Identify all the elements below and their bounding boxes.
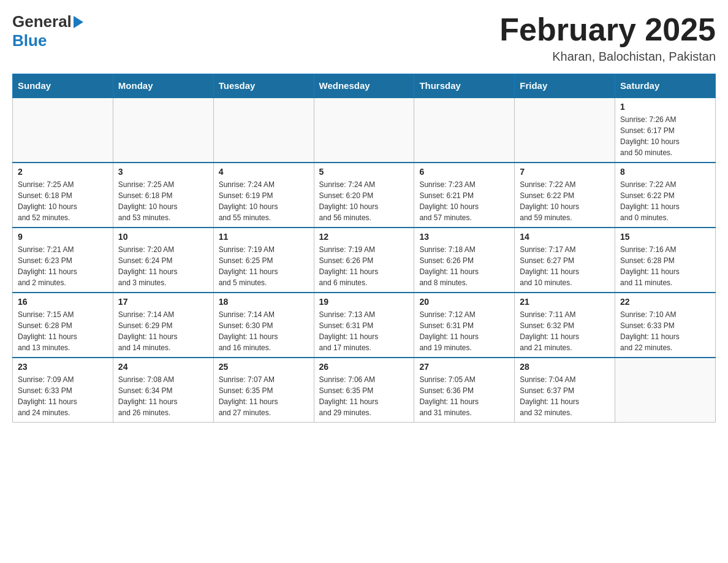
- day-info: Sunrise: 7:11 AM Sunset: 6:32 PM Dayligh…: [520, 309, 610, 353]
- day-info: Sunrise: 7:08 AM Sunset: 6:34 PM Dayligh…: [118, 374, 208, 418]
- calendar-day-cell: 20Sunrise: 7:12 AM Sunset: 6:31 PM Dayli…: [414, 293, 515, 358]
- day-info: Sunrise: 7:07 AM Sunset: 6:35 PM Dayligh…: [219, 374, 309, 418]
- day-number: 16: [18, 297, 108, 307]
- calendar-header-row: SundayMondayTuesdayWednesdayThursdayFrid…: [13, 74, 716, 98]
- calendar-week-row: 1Sunrise: 7:26 AM Sunset: 6:17 PM Daylig…: [13, 98, 716, 163]
- calendar-day-cell: 17Sunrise: 7:14 AM Sunset: 6:29 PM Dayli…: [113, 293, 213, 358]
- day-number: 28: [520, 362, 610, 372]
- calendar-week-row: 16Sunrise: 7:15 AM Sunset: 6:28 PM Dayli…: [13, 293, 716, 358]
- calendar-day-header: Monday: [113, 74, 213, 98]
- calendar-day-cell: 15Sunrise: 7:16 AM Sunset: 6:28 PM Dayli…: [615, 228, 716, 293]
- calendar-day-header: Friday: [515, 74, 615, 98]
- day-info: Sunrise: 7:24 AM Sunset: 6:19 PM Dayligh…: [219, 179, 309, 223]
- calendar-week-row: 23Sunrise: 7:09 AM Sunset: 6:33 PM Dayli…: [13, 358, 716, 423]
- day-info: Sunrise: 7:19 AM Sunset: 6:26 PM Dayligh…: [319, 244, 409, 288]
- calendar-day-cell: [113, 98, 213, 163]
- logo-general-text: General: [12, 12, 72, 31]
- calendar-table: SundayMondayTuesdayWednesdayThursdayFrid…: [12, 74, 716, 423]
- calendar-day-cell: 8Sunrise: 7:22 AM Sunset: 6:22 PM Daylig…: [615, 163, 716, 228]
- calendar-day-cell: 1Sunrise: 7:26 AM Sunset: 6:17 PM Daylig…: [615, 98, 716, 163]
- day-info: Sunrise: 7:13 AM Sunset: 6:31 PM Dayligh…: [319, 309, 409, 353]
- title-section: February 2025 Kharan, Balochistan, Pakis…: [499, 12, 716, 64]
- day-number: 2: [18, 167, 108, 177]
- day-info: Sunrise: 7:24 AM Sunset: 6:20 PM Dayligh…: [319, 179, 409, 223]
- calendar-day-cell: 24Sunrise: 7:08 AM Sunset: 6:34 PM Dayli…: [113, 358, 213, 423]
- day-number: 12: [319, 232, 409, 242]
- day-number: 27: [419, 362, 509, 372]
- day-info: Sunrise: 7:26 AM Sunset: 6:17 PM Dayligh…: [620, 114, 710, 158]
- day-info: Sunrise: 7:09 AM Sunset: 6:33 PM Dayligh…: [18, 374, 108, 418]
- calendar-day-cell: 19Sunrise: 7:13 AM Sunset: 6:31 PM Dayli…: [314, 293, 414, 358]
- calendar-day-cell: 26Sunrise: 7:06 AM Sunset: 6:35 PM Dayli…: [314, 358, 414, 423]
- day-number: 15: [620, 232, 710, 242]
- location-text: Kharan, Balochistan, Pakistan: [499, 50, 716, 64]
- day-number: 19: [319, 297, 409, 307]
- day-number: 11: [219, 232, 309, 242]
- day-info: Sunrise: 7:05 AM Sunset: 6:36 PM Dayligh…: [419, 374, 509, 418]
- day-info: Sunrise: 7:14 AM Sunset: 6:29 PM Dayligh…: [118, 309, 208, 353]
- calendar-day-header: Sunday: [13, 74, 113, 98]
- calendar-day-cell: 25Sunrise: 7:07 AM Sunset: 6:35 PM Dayli…: [213, 358, 314, 423]
- logo: General Blue: [12, 12, 83, 50]
- calendar-day-cell: 16Sunrise: 7:15 AM Sunset: 6:28 PM Dayli…: [13, 293, 113, 358]
- calendar-day-cell: [414, 98, 515, 163]
- day-info: Sunrise: 7:19 AM Sunset: 6:25 PM Dayligh…: [219, 244, 309, 288]
- day-number: 25: [219, 362, 309, 372]
- calendar-day-cell: 5Sunrise: 7:24 AM Sunset: 6:20 PM Daylig…: [314, 163, 414, 228]
- calendar-day-cell: 23Sunrise: 7:09 AM Sunset: 6:33 PM Dayli…: [13, 358, 113, 423]
- calendar-day-cell: 7Sunrise: 7:22 AM Sunset: 6:22 PM Daylig…: [515, 163, 615, 228]
- calendar-day-cell: 9Sunrise: 7:21 AM Sunset: 6:23 PM Daylig…: [13, 228, 113, 293]
- calendar-day-header: Tuesday: [213, 74, 314, 98]
- day-number: 17: [118, 297, 208, 307]
- calendar-day-header: Thursday: [414, 74, 515, 98]
- calendar-week-row: 2Sunrise: 7:25 AM Sunset: 6:18 PM Daylig…: [13, 163, 716, 228]
- day-number: 14: [520, 232, 610, 242]
- day-number: 21: [520, 297, 610, 307]
- logo-blue-text: Blue: [12, 31, 83, 50]
- day-info: Sunrise: 7:23 AM Sunset: 6:21 PM Dayligh…: [419, 179, 509, 223]
- page-header: General Blue February 2025 Kharan, Baloc…: [12, 12, 716, 64]
- day-number: 18: [219, 297, 309, 307]
- day-info: Sunrise: 7:04 AM Sunset: 6:37 PM Dayligh…: [520, 374, 610, 418]
- day-info: Sunrise: 7:21 AM Sunset: 6:23 PM Dayligh…: [18, 244, 108, 288]
- day-number: 5: [319, 167, 409, 177]
- calendar-day-cell: [13, 98, 113, 163]
- day-number: 6: [419, 167, 509, 177]
- calendar-day-cell: 11Sunrise: 7:19 AM Sunset: 6:25 PM Dayli…: [213, 228, 314, 293]
- day-info: Sunrise: 7:22 AM Sunset: 6:22 PM Dayligh…: [520, 179, 610, 223]
- calendar-day-cell: [213, 98, 314, 163]
- calendar-day-cell: 2Sunrise: 7:25 AM Sunset: 6:18 PM Daylig…: [13, 163, 113, 228]
- month-title: February 2025: [499, 12, 716, 47]
- day-number: 26: [319, 362, 409, 372]
- calendar-day-cell: [314, 98, 414, 163]
- day-info: Sunrise: 7:10 AM Sunset: 6:33 PM Dayligh…: [620, 309, 710, 353]
- day-info: Sunrise: 7:25 AM Sunset: 6:18 PM Dayligh…: [18, 179, 108, 223]
- day-number: 4: [219, 167, 309, 177]
- calendar-day-cell: 21Sunrise: 7:11 AM Sunset: 6:32 PM Dayli…: [515, 293, 615, 358]
- calendar-day-cell: 18Sunrise: 7:14 AM Sunset: 6:30 PM Dayli…: [213, 293, 314, 358]
- day-number: 13: [419, 232, 509, 242]
- day-number: 8: [620, 167, 710, 177]
- day-number: 3: [118, 167, 208, 177]
- day-info: Sunrise: 7:22 AM Sunset: 6:22 PM Dayligh…: [620, 179, 710, 223]
- calendar-week-row: 9Sunrise: 7:21 AM Sunset: 6:23 PM Daylig…: [13, 228, 716, 293]
- calendar-day-cell: 14Sunrise: 7:17 AM Sunset: 6:27 PM Dayli…: [515, 228, 615, 293]
- day-number: 20: [419, 297, 509, 307]
- logo-chevron-icon: [74, 16, 83, 28]
- day-number: 24: [118, 362, 208, 372]
- day-number: 10: [118, 232, 208, 242]
- day-info: Sunrise: 7:15 AM Sunset: 6:28 PM Dayligh…: [18, 309, 108, 353]
- calendar-day-cell: [615, 358, 716, 423]
- day-number: 22: [620, 297, 710, 307]
- calendar-day-cell: [515, 98, 615, 163]
- day-info: Sunrise: 7:20 AM Sunset: 6:24 PM Dayligh…: [118, 244, 208, 288]
- calendar-day-cell: 12Sunrise: 7:19 AM Sunset: 6:26 PM Dayli…: [314, 228, 414, 293]
- calendar-day-header: Saturday: [615, 74, 716, 98]
- calendar-day-cell: 10Sunrise: 7:20 AM Sunset: 6:24 PM Dayli…: [113, 228, 213, 293]
- day-info: Sunrise: 7:25 AM Sunset: 6:18 PM Dayligh…: [118, 179, 208, 223]
- calendar-day-cell: 28Sunrise: 7:04 AM Sunset: 6:37 PM Dayli…: [515, 358, 615, 423]
- day-info: Sunrise: 7:14 AM Sunset: 6:30 PM Dayligh…: [219, 309, 309, 353]
- day-info: Sunrise: 7:06 AM Sunset: 6:35 PM Dayligh…: [319, 374, 409, 418]
- day-number: 1: [620, 102, 710, 112]
- day-info: Sunrise: 7:17 AM Sunset: 6:27 PM Dayligh…: [520, 244, 610, 288]
